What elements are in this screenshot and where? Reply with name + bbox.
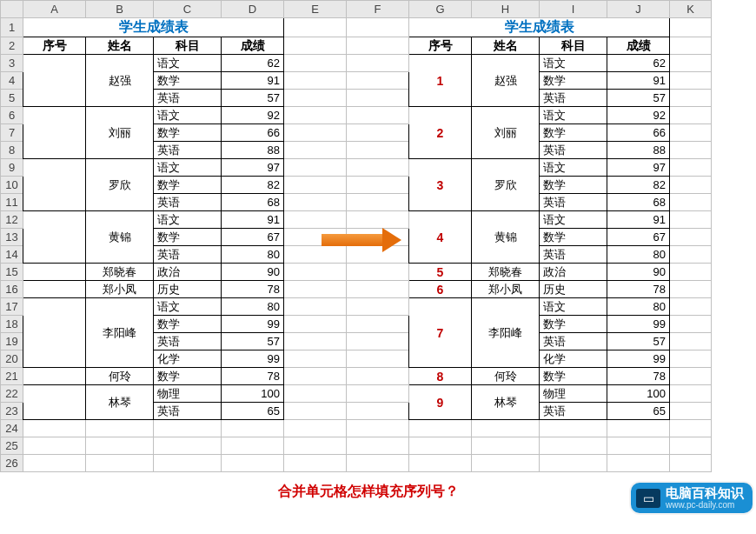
cell[interactable] (154, 455, 222, 472)
cell[interactable]: 97 (607, 159, 670, 177)
cell[interactable]: 66 (607, 124, 670, 142)
cell[interactable] (284, 55, 347, 72)
cell[interactable]: 数学 (540, 177, 607, 194)
cell[interactable] (23, 420, 86, 437)
cell[interactable]: 78 (607, 368, 670, 385)
cell[interactable] (222, 455, 284, 472)
cell[interactable]: 语文 (540, 298, 607, 316)
cell[interactable]: 97 (222, 159, 284, 177)
cell[interactable]: 65 (222, 403, 284, 420)
cell[interactable] (670, 159, 712, 177)
cell[interactable]: 历史 (154, 281, 222, 298)
cell[interactable] (23, 281, 86, 298)
cell[interactable] (23, 298, 86, 368)
cell[interactable]: 92 (222, 107, 284, 124)
cell[interactable] (670, 72, 712, 90)
cell[interactable]: 91 (607, 211, 670, 229)
cell[interactable] (670, 455, 712, 472)
cell[interactable]: 英语 (154, 90, 222, 107)
cell[interactable] (670, 333, 712, 350)
cell[interactable]: 物理 (154, 385, 222, 403)
cell[interactable] (670, 124, 712, 142)
cell[interactable]: 92 (607, 107, 670, 124)
cell[interactable] (347, 37, 409, 55)
cell[interactable]: 英语 (154, 403, 222, 420)
cell[interactable]: 9 (409, 385, 472, 420)
cell[interactable]: 刘丽 (472, 107, 540, 159)
cell[interactable]: 68 (222, 194, 284, 211)
cell[interactable] (347, 298, 409, 316)
cell[interactable]: 英语 (540, 90, 607, 107)
cell[interactable] (284, 281, 347, 298)
cell[interactable] (222, 420, 284, 437)
cell[interactable]: 88 (607, 142, 670, 159)
cell[interactable]: 91 (222, 211, 284, 229)
cell[interactable] (347, 124, 409, 142)
cell[interactable]: 学生成绩表 (409, 18, 670, 37)
cell[interactable]: 65 (607, 403, 670, 420)
cell[interactable] (284, 142, 347, 159)
cell[interactable] (409, 437, 472, 455)
cell[interactable] (540, 437, 607, 455)
cell[interactable] (23, 368, 86, 385)
cell[interactable] (86, 437, 154, 455)
cell[interactable]: 82 (222, 177, 284, 194)
cell[interactable] (347, 403, 409, 420)
cell[interactable]: 郑小凤 (86, 281, 154, 298)
cell[interactable] (472, 437, 540, 455)
cell[interactable]: 化学 (540, 350, 607, 368)
cell[interactable] (284, 333, 347, 350)
cell[interactable] (284, 229, 347, 246)
cell[interactable]: 罗欣 (86, 159, 154, 211)
cell[interactable] (670, 55, 712, 72)
cell[interactable]: 数学 (154, 229, 222, 246)
cell[interactable] (347, 437, 409, 455)
cell[interactable] (670, 177, 712, 194)
cell[interactable] (284, 124, 347, 142)
cell[interactable] (284, 194, 347, 211)
cell[interactable] (284, 437, 347, 455)
cell[interactable]: 100 (607, 385, 670, 403)
cell[interactable]: 68 (607, 194, 670, 211)
cell[interactable]: 78 (222, 368, 284, 385)
cell[interactable]: 英语 (154, 246, 222, 264)
cell[interactable] (670, 385, 712, 403)
cell[interactable] (670, 298, 712, 316)
cell[interactable] (670, 107, 712, 124)
cell[interactable]: 57 (607, 90, 670, 107)
cell[interactable] (409, 455, 472, 472)
cell[interactable] (347, 142, 409, 159)
cell[interactable]: 科目 (154, 37, 222, 55)
cell[interactable] (284, 246, 347, 264)
cell[interactable] (347, 229, 409, 246)
cell[interactable]: 80 (607, 298, 670, 316)
cell[interactable] (347, 368, 409, 385)
cell[interactable]: 99 (607, 350, 670, 368)
cell[interactable] (284, 385, 347, 403)
cell[interactable]: 赵强 (472, 55, 540, 107)
cell[interactable]: 英语 (154, 194, 222, 211)
cell[interactable]: 英语 (540, 403, 607, 420)
cell[interactable]: 57 (222, 333, 284, 350)
cell[interactable]: 序号 (23, 37, 86, 55)
cell[interactable]: 郑晓春 (472, 264, 540, 281)
cell[interactable]: 78 (222, 281, 284, 298)
cell[interactable]: 数学 (154, 316, 222, 333)
cell[interactable]: 91 (607, 72, 670, 90)
cell[interactable] (222, 437, 284, 455)
cell[interactable]: 数学 (154, 124, 222, 142)
cell[interactable] (670, 281, 712, 298)
cell[interactable]: 数学 (154, 72, 222, 90)
cell[interactable] (670, 90, 712, 107)
cell[interactable] (23, 264, 86, 281)
spreadsheet-grid[interactable]: ABCDEFGHIJK1学生成绩表学生成绩表2序号姓名科目成绩序号姓名科目成绩3… (0, 0, 712, 472)
cell[interactable]: 57 (607, 333, 670, 350)
cell[interactable] (347, 211, 409, 229)
cell[interactable]: 78 (607, 281, 670, 298)
cell[interactable]: 英语 (540, 142, 607, 159)
cell[interactable] (23, 455, 86, 472)
cell[interactable]: 郑晓春 (86, 264, 154, 281)
cell[interactable] (607, 455, 670, 472)
cell[interactable]: 数学 (154, 368, 222, 385)
cell[interactable] (284, 368, 347, 385)
